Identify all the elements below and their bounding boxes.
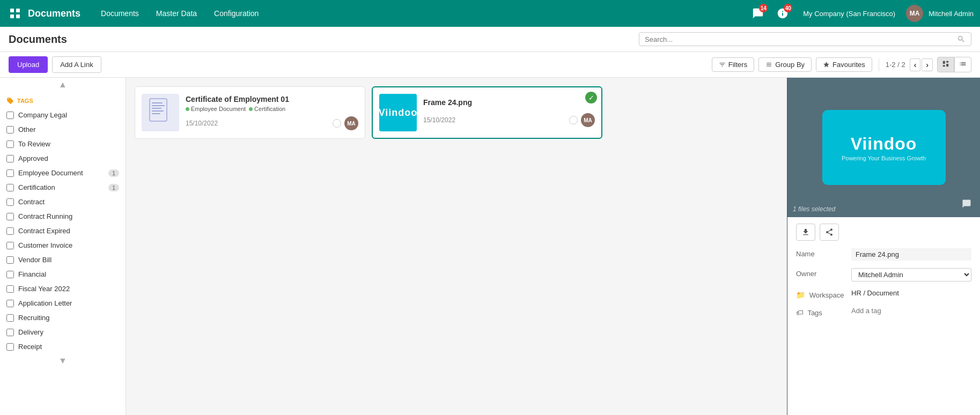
upload-button[interactable]: Upload bbox=[9, 56, 48, 73]
favourites-button[interactable]: Favourites bbox=[816, 57, 872, 72]
sidebar-label-0: Company Legal bbox=[18, 111, 119, 119]
add-tag-input[interactable] bbox=[851, 307, 971, 315]
app-title: Documents bbox=[28, 8, 80, 19]
avatar[interactable]: MA bbox=[906, 5, 923, 22]
document-date-selected: 15/10/2022 bbox=[423, 116, 455, 124]
scroll-down-indicator[interactable]: ▼ bbox=[0, 354, 126, 368]
sidebar-checkbox-5[interactable] bbox=[6, 184, 14, 191]
sidebar-item-10[interactable]: Vendor Bill bbox=[0, 253, 126, 267]
search-icon bbox=[957, 35, 966, 43]
sidebar-count-4: 1 bbox=[108, 169, 119, 177]
svg-rect-0 bbox=[10, 9, 14, 12]
download-button[interactable] bbox=[796, 224, 815, 241]
navbar-right: 14 40 My Company (San Francisco) MA Mitc… bbox=[748, 4, 974, 23]
sidebar-label-9: Customer Invoice bbox=[18, 241, 119, 249]
document-grid: Certificate of Employment 01 Employee Do… bbox=[135, 86, 778, 139]
sidebar-item-14[interactable]: Recruiting bbox=[0, 310, 126, 325]
sidebar-item-3[interactable]: Approved bbox=[0, 151, 126, 166]
document-area: Certificate of Employment 01 Employee Do… bbox=[126, 78, 787, 415]
sidebar-item-5[interactable]: Certification 1 bbox=[0, 180, 126, 195]
name-input[interactable] bbox=[851, 248, 971, 261]
tags-label: 🏷 Tags bbox=[796, 307, 847, 317]
document-owner-avatar-selected: MA bbox=[581, 113, 595, 127]
sidebar-item-2[interactable]: To Review bbox=[0, 137, 126, 151]
viindoo-sub: Powering Your Business Growth bbox=[842, 155, 926, 161]
toolbar-left: Upload Add A Link bbox=[9, 56, 101, 73]
document-select-radio-selected[interactable] bbox=[569, 116, 578, 124]
sidebar-checkbox-2[interactable] bbox=[6, 140, 14, 148]
sidebar-label-10: Vendor Bill bbox=[18, 256, 119, 264]
sidebar-checkbox-4[interactable] bbox=[6, 169, 14, 177]
viindoo-preview: Viindoo Powering Your Business Growth bbox=[822, 110, 946, 185]
sidebar-checkbox-14[interactable] bbox=[6, 314, 14, 322]
sidebar-checkbox-13[interactable] bbox=[6, 300, 14, 307]
scroll-up-indicator[interactable]: ▲ bbox=[0, 78, 126, 92]
sidebar-item-11[interactable]: Financial bbox=[0, 267, 126, 281]
sidebar-item-1[interactable]: Other bbox=[0, 122, 126, 137]
username: Mitchell Admin bbox=[929, 10, 974, 18]
kanban-view-button[interactable] bbox=[937, 57, 954, 72]
preview-chat-button[interactable] bbox=[957, 195, 976, 213]
filters-button[interactable]: Filters bbox=[712, 57, 754, 72]
sidebar-item-6[interactable]: Contract bbox=[0, 195, 126, 209]
document-select-radio[interactable] bbox=[333, 119, 341, 128]
sidebar-item-12[interactable]: Fiscal Year 2022 bbox=[0, 281, 126, 296]
apps-icon[interactable] bbox=[6, 5, 24, 22]
chat-badge: 14 bbox=[759, 4, 768, 12]
svg-rect-9 bbox=[152, 113, 160, 114]
prev-page-button[interactable]: ‹ bbox=[910, 58, 921, 71]
navbar: Documents Documents Master Data Configur… bbox=[0, 0, 980, 27]
sidebar-checkbox-0[interactable] bbox=[6, 112, 14, 119]
document-name: Certificate of Employment 01 bbox=[186, 95, 358, 103]
sidebar-checkbox-16[interactable] bbox=[6, 343, 14, 351]
document-footer-right-selected: MA bbox=[569, 113, 595, 127]
download-icon bbox=[801, 228, 810, 236]
sidebar-checkbox-12[interactable] bbox=[6, 285, 14, 293]
sidebar-checkbox-10[interactable] bbox=[6, 256, 14, 264]
chat-icon-button[interactable]: 14 bbox=[748, 4, 768, 23]
next-page-button[interactable]: › bbox=[922, 58, 933, 71]
add-link-button[interactable]: Add A Link bbox=[52, 56, 101, 73]
sidebar-item-15[interactable]: Delivery bbox=[0, 325, 126, 339]
sidebar-checkbox-11[interactable] bbox=[6, 271, 14, 278]
toolbar-right: Filters Group By Favourites 1-2 / 2 ‹ › bbox=[712, 57, 971, 72]
search-input[interactable] bbox=[645, 35, 957, 43]
name-label: Name bbox=[796, 248, 847, 258]
sidebar-checkbox-8[interactable] bbox=[6, 227, 14, 235]
sidebar-item-9[interactable]: Customer Invoice bbox=[0, 238, 126, 253]
owner-select[interactable]: Mitchell Admin bbox=[851, 268, 971, 281]
document-info-selected: Frame 24.png 15/10/2022 MA bbox=[423, 98, 595, 127]
preview-details: Name Owner Mitchell Admin 📁 Workspace HR… bbox=[787, 217, 980, 415]
svg-rect-2 bbox=[10, 14, 14, 18]
nav-master-data[interactable]: Master Data bbox=[149, 6, 204, 21]
sidebar-label-7: Contract Running bbox=[18, 212, 119, 220]
list-view-button[interactable] bbox=[954, 57, 971, 72]
group-by-button[interactable]: Group By bbox=[758, 57, 812, 72]
sidebar-checkbox-7[interactable] bbox=[6, 213, 14, 220]
sidebar-checkbox-9[interactable] bbox=[6, 242, 14, 249]
nav-configuration[interactable]: Configuration bbox=[207, 6, 266, 21]
preview-panel: Viindoo Powering Your Business Growth 1 … bbox=[787, 78, 980, 415]
sidebar-item-7[interactable]: Contract Running bbox=[0, 209, 126, 224]
svg-rect-7 bbox=[152, 108, 161, 109]
activity-icon-button[interactable]: 40 bbox=[773, 4, 792, 23]
document-card[interactable]: Certificate of Employment 01 Employee Do… bbox=[135, 86, 365, 139]
sidebar-checkbox-15[interactable] bbox=[6, 329, 14, 336]
sidebar-checkbox-6[interactable] bbox=[6, 198, 14, 206]
document-date: 15/10/2022 bbox=[186, 120, 218, 127]
share-button[interactable] bbox=[820, 224, 839, 241]
sidebar-item-8[interactable]: Contract Expired bbox=[0, 224, 126, 238]
svg-rect-3 bbox=[16, 14, 20, 18]
chat-bubble-icon bbox=[962, 199, 971, 209]
sidebar-item-4[interactable]: Employee Document 1 bbox=[0, 166, 126, 180]
sidebar-checkbox-1[interactable] bbox=[6, 126, 14, 134]
sidebar-checkbox-3[interactable] bbox=[6, 155, 14, 162]
sidebar-item-16[interactable]: Receipt bbox=[0, 339, 126, 354]
sidebar-label-13: Application Letter bbox=[18, 299, 119, 307]
sidebar-item-0[interactable]: Company Legal bbox=[0, 108, 126, 122]
nav-documents[interactable]: Documents bbox=[93, 6, 146, 21]
sidebar-label-5: Certification bbox=[18, 183, 104, 191]
document-card-selected[interactable]: Viindoo Frame 24.png 15/10/2022 MA bbox=[372, 86, 602, 139]
sidebar-item-13[interactable]: Application Letter bbox=[0, 296, 126, 310]
nav-menu: Documents Master Data Configuration bbox=[93, 6, 748, 21]
